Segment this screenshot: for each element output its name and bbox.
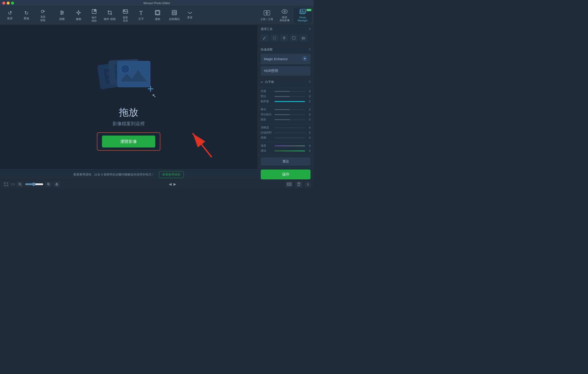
rect-select-tool[interactable] (290, 34, 298, 41)
close-button[interactable] (2, 2, 5, 5)
eraser-tool[interactable] (299, 34, 307, 41)
zoom-out-button[interactable] (17, 182, 23, 187)
svg-rect-55 (290, 183, 291, 185)
before-after-button[interactable]: 之前／之後 (258, 8, 275, 23)
browse-box: 瀏覽影像 (97, 132, 160, 151)
sharpness-track[interactable] (274, 127, 305, 128)
saturation-track[interactable] (274, 101, 305, 102)
zoom-slider[interactable] (25, 182, 43, 186)
more-button[interactable]: 更多 (183, 8, 197, 23)
delete-button[interactable] (295, 181, 303, 187)
selection-tools-group (261, 33, 311, 43)
pin-tool[interactable] (280, 34, 288, 41)
zoom-in-button[interactable] (45, 182, 52, 187)
revert-button[interactable]: ⟳ 還原變更 (35, 8, 51, 23)
tint-row: 濃淡 0 (261, 149, 311, 153)
brush-tool[interactable] (261, 34, 269, 41)
contrast-fill (274, 96, 290, 97)
svg-point-29 (284, 11, 285, 12)
crop-button[interactable]: 物件 移除 (102, 8, 118, 23)
magic-enhance-button[interactable]: Magic Enhance (261, 53, 311, 64)
pan-tool-button[interactable] (53, 182, 60, 187)
redo-button[interactable]: ↻ 重做 (18, 8, 34, 23)
white-balance-section: ✏ 白平衡 ? (257, 78, 314, 88)
main-layout: + ↖ 拖放 影像檔案到這裡 瀏覽影像 觀看教學課程，以在 8 個簡單的步驟內瞭… (0, 25, 314, 180)
highlights-label: 突出顯示 (261, 113, 273, 117)
saturation-label: 飽和度 (261, 99, 273, 103)
svg-rect-53 (288, 183, 288, 185)
save-section: 儲存 www.MacDown.com (257, 168, 314, 180)
before-after-icon (264, 10, 270, 17)
cursor-icon: ↖ (152, 93, 156, 99)
view-original-button[interactable]: 檢視原始影像 (276, 8, 293, 23)
shadows-label: 陰影 (261, 118, 273, 121)
blur-label: 模糊 (261, 136, 273, 140)
minimize-button[interactable] (7, 2, 10, 5)
photo-manager-button[interactable]: New PhotoManager (294, 8, 312, 23)
svg-point-38 (121, 65, 129, 73)
blur-value: 0 (307, 136, 311, 139)
detail-row: 詳細資料 0 (261, 131, 311, 135)
svg-rect-14 (156, 11, 159, 14)
wb-help[interactable]: ? (309, 80, 311, 84)
shadows-track[interactable] (274, 119, 305, 120)
exposure-track[interactable] (274, 109, 305, 110)
browse-button[interactable]: 瀏覽影像 (102, 136, 155, 148)
filmstrip-button[interactable] (285, 181, 293, 187)
svg-line-51 (49, 185, 50, 186)
drop-title: 拖放 (119, 106, 138, 119)
reset-button[interactable]: 重設 (261, 157, 311, 166)
temperature-track[interactable] (274, 145, 305, 146)
brightness-track[interactable] (274, 91, 305, 92)
svg-rect-18 (175, 11, 176, 12)
adjust-button[interactable]: 調整 (54, 8, 70, 23)
fit-screen-button[interactable] (3, 182, 9, 187)
zoom-label: 1:1 (11, 183, 15, 186)
detail-track[interactable] (274, 132, 305, 133)
prev-image-button[interactable]: ◀ (169, 182, 172, 186)
denoise-button[interactable]: 去除雜訊 (166, 8, 183, 23)
blur-track[interactable] (274, 137, 305, 138)
photo-manager-icon (300, 9, 306, 15)
brightness-label: 亮度 (261, 89, 273, 93)
contrast-track[interactable] (274, 96, 305, 97)
quick-adjust-help[interactable]: ? (309, 48, 311, 52)
next-image-button[interactable]: ▶ (173, 182, 176, 186)
hdr-button[interactable]: HDR照明 (261, 66, 311, 75)
highlights-track[interactable] (274, 114, 305, 115)
object-remove-button[interactable]: 物件移除 (87, 8, 101, 23)
selection-tools-help[interactable]: ? (309, 27, 311, 31)
text-button[interactable]: T 文字 (133, 8, 149, 23)
svg-point-40 (263, 39, 264, 40)
selection-tools-header: 選擇工具 ? (261, 27, 311, 31)
selection-tools-section: 選擇工具 ? (257, 25, 314, 45)
info-button[interactable]: ℹ (304, 181, 311, 187)
retouch-button[interactable]: 修飾 (71, 8, 87, 23)
object-remove-icon (91, 9, 97, 15)
undo-icon: ↺ (8, 11, 12, 16)
tint-fill (274, 150, 290, 151)
frame-button[interactable]: 邊框 (149, 8, 166, 23)
window-controls[interactable] (2, 2, 14, 5)
retouch-icon (76, 10, 81, 16)
adjust-icon (59, 10, 65, 16)
highlights-fill (274, 114, 290, 115)
tint-track[interactable] (274, 150, 305, 151)
change-bg-icon (123, 9, 128, 15)
undo-button[interactable]: ↺ 復原 (2, 8, 18, 23)
svg-point-32 (302, 10, 303, 11)
contrast-label: 對比 (261, 95, 273, 98)
svg-rect-24 (175, 13, 176, 14)
tutorial-button[interactable]: 觀看教學課程 (159, 171, 184, 178)
lasso-tool[interactable] (270, 34, 279, 41)
shadows-fill (274, 119, 290, 120)
contrast-value: 0 (307, 95, 311, 98)
highlights-row: 突出顯示 0 (261, 113, 311, 117)
change-bg-button[interactable]: 變更背景 (118, 8, 133, 23)
brightness-row: 亮度 0 (261, 89, 311, 93)
more-arrow-icon (188, 11, 192, 15)
view-original-icon (282, 9, 288, 15)
save-button[interactable]: 儲存 www.MacDown.com (261, 170, 311, 179)
maximize-button[interactable] (11, 2, 14, 5)
wb-header: ✏ 白平衡 ? (261, 80, 311, 84)
